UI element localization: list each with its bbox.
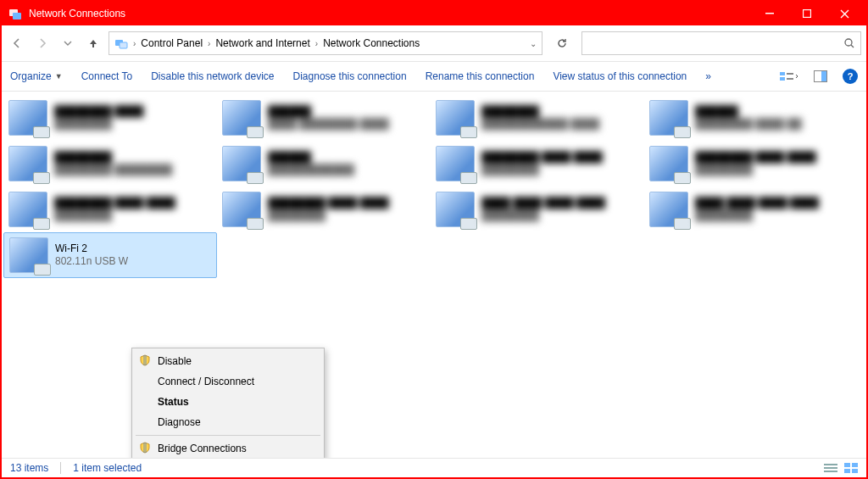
svg-rect-7 [780, 72, 785, 75]
large-icons-view-button[interactable] [844, 463, 858, 473]
search-input[interactable] [581, 31, 861, 55]
svg-point-6 [845, 39, 852, 46]
back-button[interactable] [7, 33, 27, 53]
adapter-name: Wi-Fi 2 [55, 242, 128, 255]
adapter-item[interactable]: ████████ ████████████ [3, 95, 217, 141]
adapter-icon [222, 192, 261, 227]
svg-rect-12 [821, 71, 826, 81]
svg-rect-9 [787, 73, 793, 75]
view-status-button[interactable]: View status of this connection [553, 70, 687, 82]
shield-icon [139, 354, 151, 366]
app-icon [8, 7, 22, 20]
svg-rect-5 [120, 42, 127, 48]
svg-rect-16 [844, 463, 850, 467]
adapter-item[interactable]: ████████ ████ ████████████ [3, 187, 217, 232]
svg-rect-10 [787, 78, 793, 80]
svg-rect-3 [804, 10, 811, 18]
details-view-button[interactable] [824, 463, 837, 473]
svg-rect-19 [852, 469, 858, 473]
adapter-item-wifi2[interactable]: Wi-Fi 2 802.11n USB W [3, 232, 217, 278]
adapter-icon [649, 146, 688, 181]
close-button[interactable] [826, 2, 863, 25]
svg-rect-18 [844, 469, 850, 473]
adapter-icon [436, 100, 475, 136]
diagnose-button[interactable]: Diagnose this connection [293, 70, 407, 82]
chevron-right-icon: › [133, 39, 136, 48]
search-icon [843, 37, 855, 49]
adapter-icon [9, 237, 48, 273]
svg-rect-1 [13, 13, 21, 19]
window-title: Network Connections [29, 8, 125, 19]
help-button[interactable]: ? [843, 69, 858, 84]
breadcrumb-item[interactable]: Network and Internet [215, 37, 309, 49]
adapter-icon [436, 192, 475, 227]
ctx-connect-disconnect[interactable]: Connect / Disconnect [134, 371, 322, 392]
organize-button[interactable]: Organize ▼ [10, 70, 63, 82]
view-options-button[interactable] [780, 70, 798, 82]
status-bar: 13 items 1 item selected [2, 458, 866, 477]
status-selected-count: 1 item selected [73, 462, 142, 474]
adapter-item[interactable]: ████ ████ ████ ████████████ [431, 187, 644, 232]
connect-to-button[interactable]: Connect To [81, 70, 133, 82]
recent-locations-button[interactable] [58, 33, 78, 53]
command-bar: Organize ▼ Connect To Disable this netwo… [2, 61, 866, 92]
rename-button[interactable]: Rename this connection [426, 70, 535, 82]
titlebar: Network Connections [2, 2, 866, 25]
adapter-item[interactable]: ████████ ████ ████████████ [431, 141, 644, 187]
chevron-right-icon: › [315, 39, 318, 48]
svg-rect-13 [824, 464, 837, 465]
breadcrumb-item[interactable]: Network Connections [323, 37, 420, 49]
adapter-item[interactable]: ████████ ████ ████████████ [644, 141, 858, 187]
adapter-icon [222, 146, 261, 181]
adapter-icon [222, 100, 261, 136]
minimize-button[interactable] [751, 2, 788, 25]
adapter-icon [8, 100, 47, 136]
adapter-icon [649, 100, 688, 136]
svg-rect-17 [852, 463, 858, 467]
adapter-item[interactable]: ████ ████ ████ ████████████ [644, 187, 858, 232]
separator [60, 462, 61, 474]
up-button[interactable] [83, 33, 103, 53]
ctx-diagnose[interactable]: Diagnose [134, 412, 322, 432]
adapter-item[interactable]: ████████████████ ████████ [3, 141, 217, 187]
chevron-down-icon: ▼ [55, 72, 63, 81]
adapter-item[interactable]: ██████████████ ████ ██ [644, 95, 858, 141]
svg-rect-15 [824, 471, 837, 472]
adapter-icon [8, 146, 47, 181]
overflow-button[interactable]: » [705, 70, 711, 82]
ctx-bridge[interactable]: Bridge Connections [134, 438, 322, 459]
refresh-button[interactable] [551, 32, 573, 54]
adapter-item[interactable]: ██████████ ████████ ████ [217, 95, 431, 141]
ctx-status[interactable]: Status [134, 392, 322, 412]
svg-rect-2 [765, 13, 774, 14]
adapter-item[interactable]: ████████████████████ ████ [431, 95, 644, 141]
status-item-count: 13 items [10, 462, 48, 474]
adapter-icon [649, 192, 688, 227]
svg-rect-8 [780, 77, 785, 81]
svg-rect-14 [824, 467, 837, 469]
disable-device-button[interactable]: Disable this network device [151, 70, 274, 82]
separator [136, 435, 320, 436]
adapter-item[interactable]: ████████ ████ ████████████ [217, 187, 431, 232]
address-row: › Control Panel › Network and Internet ›… [2, 25, 866, 61]
adapter-icon [8, 192, 47, 227]
shield-icon [139, 442, 151, 454]
address-bar[interactable]: › Control Panel › Network and Internet ›… [108, 31, 542, 55]
maximize-button[interactable] [788, 2, 826, 25]
forward-button[interactable] [32, 33, 53, 53]
ctx-disable[interactable]: Disable [134, 351, 322, 371]
adapter-device: 802.11n USB W [55, 255, 128, 268]
adapter-item[interactable]: ██████████████████ [217, 141, 431, 187]
breadcrumb-item[interactable]: Control Panel [141, 37, 203, 49]
adapter-grid: ████████ ████████████ ██████████ ███████… [3, 95, 865, 278]
adapter-icon [436, 146, 475, 181]
content-area: ████████ ████████████ ██████████ ███████… [2, 92, 866, 474]
location-icon [114, 36, 128, 50]
address-dropdown-icon[interactable]: ⌄ [530, 39, 537, 48]
context-menu: Disable Connect / Disconnect Status Diag… [131, 348, 325, 474]
chevron-right-icon: › [208, 39, 210, 48]
preview-pane-button[interactable] [814, 70, 827, 82]
